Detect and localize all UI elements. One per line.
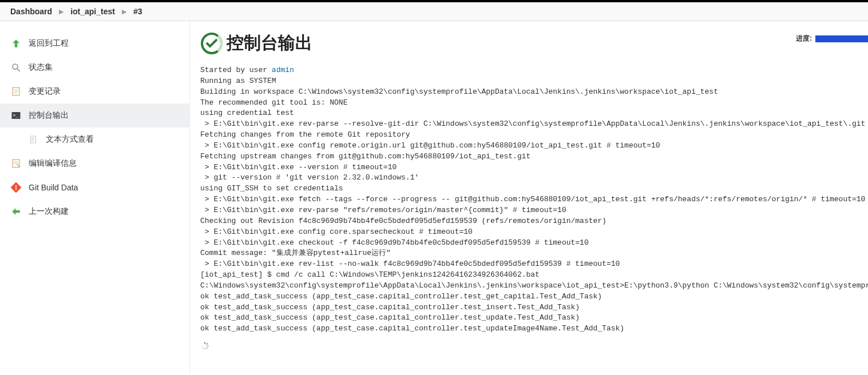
breadcrumb-build[interactable]: #3 [133,7,142,16]
svg-point-0 [13,64,18,69]
progress-area: 进度: [796,34,868,43]
svg-rect-25 [204,348,205,349]
svg-rect-21 [204,342,205,344]
sidebar-status[interactable]: 状态集 [0,55,189,79]
notepad-icon [10,86,22,97]
search-icon [10,62,22,73]
sidebar-previous-build[interactable]: 上一次构建 [0,200,189,224]
page-title: 控制台输出 [227,31,312,55]
svg-rect-24 [206,347,208,349]
sidebar-console-output[interactable]: >_ 控制台输出 [0,103,189,127]
sidebar-edit-build-info[interactable]: 编辑编译信息 [0,151,189,175]
sidebar-item-label: 编辑编译信息 [29,158,77,169]
svg-rect-27 [201,345,203,346]
svg-rect-26 [202,347,204,349]
sidebar-changes[interactable]: 变更记录 [0,79,189,103]
sidebar-item-label: 上一次构建 [29,206,69,217]
breadcrumb: Dashboard ▶ iot_api_test ▶ #3 [0,2,868,21]
document-icon [27,134,39,145]
console-output: Started by user adminRunning as SYSTEMBu… [200,65,858,334]
git-icon [10,182,22,193]
progress-bar[interactable] [815,35,868,42]
sidebar-text-view[interactable]: 文本方式查看 [0,127,189,151]
success-icon [200,32,223,55]
page-header: 控制台输出 [200,31,858,55]
sidebar-item-label: 返回到工程 [29,38,69,49]
sidebar-back-to-project[interactable]: 返回到工程 [0,31,189,55]
sidebar-git-build-data[interactable]: Git Build Data [0,175,189,200]
notepad-icon [10,158,22,169]
svg-rect-28 [202,343,204,345]
terminal-icon: >_ [10,110,22,121]
main-content: 进度: 控制台输出 Started by user adminRunning a… [190,21,868,373]
svg-rect-22 [206,343,208,345]
breadcrumb-separator: ▶ [122,8,126,15]
user-link[interactable]: admin [272,66,294,74]
sidebar-item-label: 控制台输出 [29,110,69,121]
sidebar-item-label: Git Build Data [29,183,78,192]
svg-text:>_: >_ [13,113,19,118]
layout: 返回到工程 状态集 变更记录 >_ 控制台输出 文本方式查看 [0,21,868,373]
up-arrow-icon [10,38,22,49]
progress-label: 进度: [796,34,812,43]
loading-spinner-icon [200,341,209,350]
sidebar-item-label: 文本方式查看 [46,134,94,145]
breadcrumb-dashboard[interactable]: Dashboard [10,7,52,16]
sidebar-item-label: 状态集 [29,62,53,73]
left-arrow-icon [10,206,22,217]
svg-line-1 [17,69,20,71]
breadcrumb-project[interactable]: iot_api_test [70,7,115,16]
sidebar: 返回到工程 状态集 变更记录 >_ 控制台输出 文本方式查看 [0,21,190,373]
breadcrumb-separator: ▶ [59,8,64,15]
svg-rect-23 [207,345,208,346]
sidebar-item-label: 变更记录 [29,86,61,97]
